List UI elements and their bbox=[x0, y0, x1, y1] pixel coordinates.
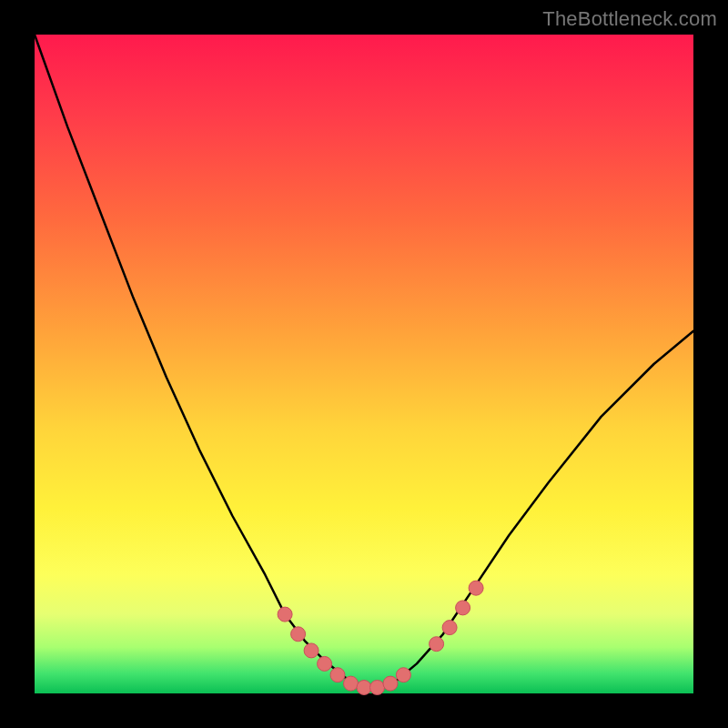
curve-marker bbox=[442, 621, 457, 635]
bottleneck-curve bbox=[35, 35, 693, 689]
curve-markers bbox=[278, 581, 483, 694]
curve-marker bbox=[456, 601, 470, 615]
attribution-watermark: TheBottleneck.com bbox=[542, 7, 717, 31]
curve-marker bbox=[318, 656, 332, 671]
curve-marker bbox=[357, 681, 371, 695]
chart-container: TheBottleneck.com bbox=[0, 0, 728, 728]
curve-marker bbox=[344, 676, 359, 691]
curve-marker bbox=[383, 676, 398, 691]
chart-overlay bbox=[35, 35, 693, 693]
curve-marker bbox=[330, 668, 345, 682]
curve-marker bbox=[278, 607, 292, 622]
curve-marker bbox=[304, 643, 318, 658]
curve-marker bbox=[396, 668, 410, 682]
curve-marker bbox=[370, 681, 385, 695]
curve-marker bbox=[430, 637, 444, 652]
curve-marker bbox=[291, 627, 306, 642]
curve-marker bbox=[469, 581, 483, 595]
